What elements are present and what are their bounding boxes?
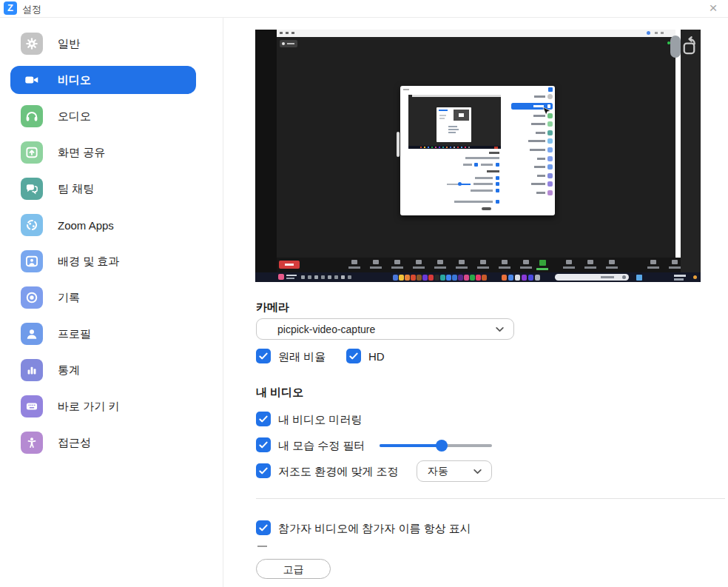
record-icon [21,286,43,309]
touch-up-slider[interactable] [380,444,492,447]
mini-nested-window [437,107,471,142]
captured-window-titlebar [277,30,675,37]
original-ratio-checkbox[interactable] [256,349,271,363]
window-title: 설정 [22,3,41,16]
my-video-section-label: 내 비디오 [256,386,303,400]
chevron-down-icon [473,466,482,476]
sidebar-item-label: 프로필 [58,327,91,341]
hd-checkbox[interactable] [346,349,361,363]
low-light-select[interactable]: 자동 [417,460,492,482]
sidebar-item-background-effects[interactable]: 배경 및 효과 [10,247,196,275]
sidebar-item-label: 화면 공유 [58,146,105,160]
zoom-apps-icon [21,214,43,236]
share-screen-icon [21,141,43,164]
statistics-icon [21,359,43,381]
titlebar: Z 설정 × [0,0,728,18]
section-divider [256,498,725,499]
sidebar-item-accessibility[interactable]: 접근성 [10,429,196,457]
camera-select-value: picpick-video-capture [277,323,375,335]
mini-scrollbar [397,132,400,157]
mini-nested-taskbar [408,146,501,149]
show-participant-names-checkbox[interactable] [256,520,271,535]
sidebar-item-general[interactable]: 일반 [10,30,196,58]
hd-label: HD [368,350,385,363]
keyboard-shortcuts-icon [21,395,43,417]
sidebar-item-label: 바로 가기 키 [58,400,119,414]
advanced-button[interactable]: 고급 [256,559,331,579]
mini-camera-preview [408,95,501,149]
sidebar-item-label: 배경 및 효과 [58,255,119,269]
sidebar-item-label: 접근성 [58,436,91,450]
mirror-video-label: 내 비디오 미러링 [278,413,362,427]
sidebar-item-label: 비디오 [58,73,91,87]
preview-white-seam [675,30,681,258]
preview-left-black-column [255,30,277,272]
preview-right-strip [681,30,701,272]
sidebar-item-label: 팀 채팅 [58,182,94,196]
low-light-label: 저조도 환경에 맞게 조정 [278,465,399,479]
sidebar-item-video[interactable]: 비디오 [10,66,196,94]
sidebar: 일반 비디오 오디오 화면 공유 [0,18,223,587]
low-light-select-value: 자동 [428,465,448,478]
taskbar-search-pill [555,274,629,281]
touch-up-label: 내 모습 수정 필터 [278,439,365,453]
mouse-cursor [542,107,550,118]
weather-icon [278,274,284,280]
mirrored-settings-window [400,86,555,215]
sidebar-item-label: 오디오 [58,110,91,124]
background-effects-icon [21,250,43,272]
accessibility-icon [21,432,43,454]
sidebar-item-zoom-apps[interactable]: Zoom Apps [10,211,196,239]
camera-select[interactable]: picpick-video-capture [256,318,514,340]
captured-windows-taskbar [255,272,701,282]
sidebar-item-audio[interactable]: 오디오 [10,102,196,130]
mini-title-dash [403,89,409,90]
sidebar-item-label: 일반 [58,37,80,51]
mini-zoom-logo [548,87,553,92]
share-screen-mini [534,260,550,270]
sidebar-item-screen-share[interactable]: 화면 공유 [10,138,196,167]
clipped-element-dash [257,546,267,547]
sidebar-item-label: Zoom Apps [58,219,114,232]
low-light-checkbox[interactable] [256,463,271,478]
video-settings-panel: 카메라 picpick-video-capture 원래 비율 HD 내 비디오… [224,18,728,587]
sidebar-item-label: 기록 [58,291,80,305]
sidebar-item-team-chat[interactable]: 팀 채팅 [10,175,196,203]
sidebar-item-profile[interactable]: 프로필 [10,320,196,348]
camera-preview [255,30,701,282]
video-camera-icon [21,69,43,91]
team-chat-icon [21,178,43,200]
touch-up-checkbox[interactable] [256,437,271,452]
zoom-logo-icon: Z [4,1,17,15]
sidebar-item-recording[interactable]: 기록 [10,284,196,312]
settings-window: Z 설정 × 일반 비디오 [0,0,728,587]
show-participant-names-label: 참가자 비디오에 참가자 이름 항상 표시 [278,522,471,536]
chevron-down-icon [495,324,505,334]
captured-tray-dot [647,31,650,35]
original-ratio-label: 원래 비율 [278,350,326,364]
recording-badge [280,40,297,47]
headphones-icon [21,105,43,127]
camera-section-label: 카메라 [256,301,289,315]
captured-meeting-toolbar [277,258,701,272]
close-icon[interactable]: × [706,0,721,16]
sidebar-item-keyboard-shortcuts[interactable]: 바로 가기 키 [10,392,196,420]
leave-button-mini [279,261,300,269]
sidebar-item-statistics[interactable]: 통계 [10,356,196,384]
gear-icon [21,33,43,55]
rotate-camera-icon[interactable] [679,36,699,56]
slider-thumb[interactable] [436,440,448,452]
profile-icon [21,323,43,345]
sidebar-item-label: 통계 [58,363,80,378]
mirror-video-checkbox[interactable] [256,412,271,426]
